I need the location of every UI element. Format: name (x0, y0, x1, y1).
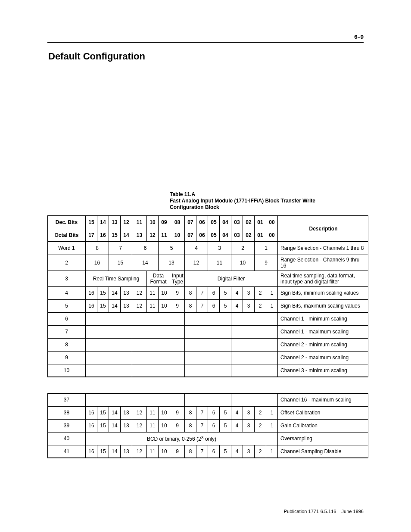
cell: 5 (220, 286, 231, 299)
row-label: 37 (48, 393, 86, 406)
cell: 8 (185, 419, 196, 432)
cell: Data Format (147, 271, 170, 286)
cell (185, 351, 231, 364)
row-description: Gain Calibration (278, 419, 368, 432)
cell: 7 (196, 419, 208, 432)
row-description: Channel 1 - maximum scaling (278, 325, 368, 338)
cell: 3 (243, 419, 255, 432)
cell: 16 (86, 406, 97, 419)
cell (86, 364, 132, 377)
bit-oct-10: 10 (170, 229, 185, 242)
page-number: 6–9 (354, 34, 364, 40)
cell: 10 (159, 406, 170, 419)
cell: 13 (121, 299, 132, 312)
row-description: Channel 2 - maximum scaling (278, 351, 368, 364)
cell: 1 (266, 299, 278, 312)
cell (132, 351, 185, 364)
cell: 15 (97, 406, 109, 419)
config-table-top: Dec. Bits1514131211100908070605040302010… (47, 215, 364, 377)
cell: 1 (266, 445, 278, 458)
bit-oct-06: 06 (196, 229, 208, 242)
row-label: 10 (48, 364, 86, 377)
cell: 16 (86, 299, 97, 312)
cell (185, 325, 231, 338)
cell: 5 (220, 445, 231, 458)
cell: Real Time Sampling (86, 271, 147, 286)
cell (185, 364, 231, 377)
header-rule (47, 42, 364, 43)
cell (132, 393, 185, 406)
cell: 15 (97, 419, 109, 432)
cell: 5 (220, 419, 231, 432)
cell: 7 (196, 406, 208, 419)
cell: 6 (208, 445, 220, 458)
bit-oct-14: 14 (121, 229, 132, 242)
cell: 6 (208, 406, 220, 419)
bit-dec-12: 12 (121, 216, 132, 229)
cell: 5 (220, 299, 231, 312)
row-label: 8 (48, 338, 86, 351)
cell: 11 (147, 286, 159, 299)
bit-oct-13: 13 (132, 229, 147, 242)
cell: 13 (121, 286, 132, 299)
bit-oct-00: 00 (266, 229, 278, 242)
cell: 10 (159, 445, 170, 458)
cell: 9 (170, 299, 185, 312)
cell: 4 (231, 406, 243, 419)
bit-dec-00: 00 (266, 216, 278, 229)
bit-dec-05: 05 (208, 216, 220, 229)
cell: 12 (132, 299, 147, 312)
row-label: 5 (48, 299, 86, 312)
cell: 9 (170, 445, 185, 458)
cell (132, 312, 185, 325)
caption-line1: Table 11.A (170, 191, 195, 197)
cell: 4 (231, 445, 243, 458)
cell: 8 (86, 242, 109, 255)
cell: 11 (147, 419, 159, 432)
cell (86, 393, 132, 406)
bit-oct-04: 04 (220, 229, 231, 242)
cell: 2 (255, 299, 266, 312)
cell: 7 (196, 445, 208, 458)
cell (86, 351, 132, 364)
bit-oct-15: 15 (109, 229, 121, 242)
cell (86, 338, 132, 351)
row-description: Oversampling (278, 432, 368, 445)
cell: 4 (231, 299, 243, 312)
cell: 15 (97, 299, 109, 312)
cell: 1 (266, 406, 278, 419)
bit-dec-09: 09 (159, 216, 170, 229)
caption-line3: Configuration Block (170, 204, 219, 210)
bit-dec-11: 11 (132, 216, 147, 229)
cell: 2 (255, 406, 266, 419)
bit-dec-07: 07 (185, 216, 196, 229)
cell: 10 (231, 255, 255, 271)
row-description: Channel 16 - maximum scaling (278, 393, 368, 406)
cell: BCD or binary, 0-256 (2X only) (86, 432, 278, 445)
cell: 14 (109, 445, 121, 458)
row-label: 2 (48, 255, 86, 271)
cell: 11 (147, 299, 159, 312)
cell: 4 (185, 242, 208, 255)
bit-oct-01: 01 (255, 229, 266, 242)
cell: 8 (185, 445, 196, 458)
row-label: 6 (48, 312, 86, 325)
cell: 15 (109, 255, 132, 271)
cell: 2 (255, 419, 266, 432)
bit-dec-02: 02 (243, 216, 255, 229)
cell (231, 351, 278, 364)
row-label: 41 (48, 445, 86, 458)
cell: 3 (243, 299, 255, 312)
row-label: 40 (48, 432, 86, 445)
hdr-description: Description (278, 216, 368, 242)
bit-oct-07: 07 (185, 229, 196, 242)
row-description: Channel 1 - minimum scaling (278, 312, 368, 325)
cell: 3 (243, 286, 255, 299)
cell: 16 (86, 255, 109, 271)
cell (231, 364, 278, 377)
cell: Digital Filter (185, 271, 278, 286)
bit-dec-03: 03 (231, 216, 243, 229)
row-label: 3 (48, 271, 86, 286)
cell (132, 325, 185, 338)
row-label: 7 (48, 325, 86, 338)
